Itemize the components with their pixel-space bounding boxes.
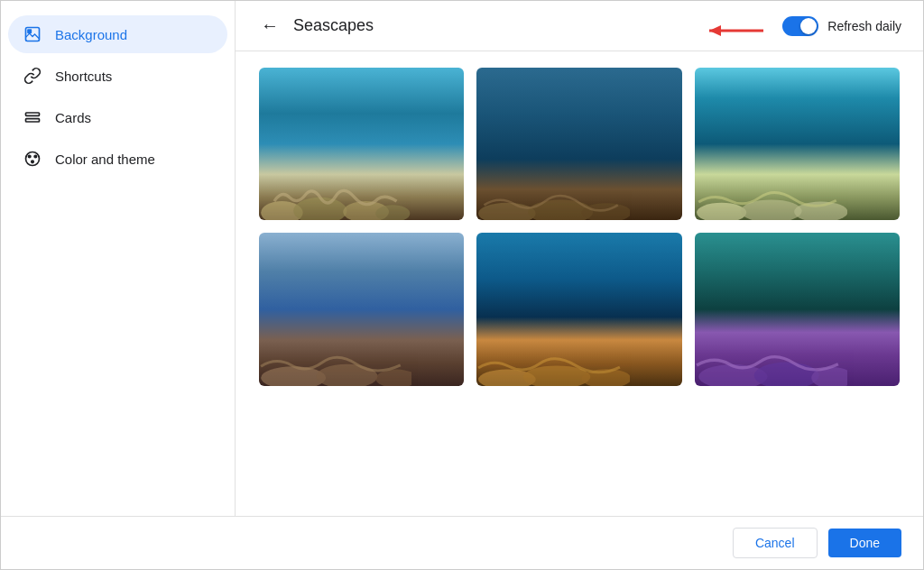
svg-rect-2	[26, 113, 40, 115]
svg-rect-3	[26, 119, 40, 122]
header-right: Refresh daily	[782, 16, 901, 36]
sidebar-item-background[interactable]: Background	[8, 15, 227, 53]
svg-point-7	[32, 161, 34, 163]
sidebar-background-label: Background	[55, 27, 127, 42]
main-content: Background Shortcuts C	[1, 1, 923, 516]
sidebar-cards-label: Cards	[55, 110, 91, 125]
refresh-daily-toggle[interactable]	[782, 16, 818, 36]
svg-point-21	[317, 363, 378, 386]
svg-point-17	[697, 203, 746, 220]
header-left: ← Seascapes	[257, 12, 374, 40]
coral-overlay-4	[259, 317, 411, 386]
refresh-daily-label: Refresh daily	[827, 19, 901, 33]
image-card-1[interactable]	[257, 66, 466, 222]
coral-overlay-2	[476, 152, 629, 220]
images-grid	[236, 51, 923, 516]
image-2-bg	[476, 68, 681, 220]
image-5-bg	[476, 233, 681, 385]
image-icon	[23, 24, 42, 44]
sidebar: Background Shortcuts C	[1, 1, 236, 516]
svg-point-5	[28, 155, 31, 158]
image-card-4[interactable]	[257, 231, 466, 387]
coral-overlay-5	[476, 317, 629, 386]
done-button[interactable]: Done	[828, 529, 901, 557]
sidebar-shortcuts-label: Shortcuts	[55, 69, 112, 84]
svg-point-14	[478, 203, 536, 220]
svg-point-22	[375, 369, 411, 386]
arrow-annotation	[696, 18, 768, 43]
image-4-bg	[259, 233, 464, 385]
svg-point-6	[34, 155, 37, 158]
image-card-6[interactable]	[693, 231, 901, 387]
link-icon	[23, 66, 42, 86]
cancel-button[interactable]: Cancel	[733, 528, 818, 558]
coral-overlay-6	[695, 317, 847, 386]
sidebar-item-cards[interactable]: Cards	[8, 98, 227, 136]
content-area: ← Seascapes Refresh daily	[236, 1, 923, 516]
svg-point-16	[582, 203, 630, 220]
sidebar-item-shortcuts[interactable]: Shortcuts	[8, 57, 227, 95]
svg-point-27	[753, 362, 818, 386]
footer: Cancel Done	[1, 516, 923, 569]
palette-icon	[23, 149, 42, 169]
coral-overlay-1	[259, 152, 411, 220]
image-card-2[interactable]	[475, 66, 683, 222]
page-title: Seascapes	[293, 16, 374, 35]
image-card-5[interactable]	[475, 231, 683, 387]
content-header: ← Seascapes Refresh daily	[236, 1, 923, 51]
sidebar-color-theme-label: Color and theme	[55, 152, 155, 167]
svg-marker-9	[709, 25, 721, 36]
back-button[interactable]: ←	[257, 12, 282, 40]
image-3-bg	[695, 68, 900, 220]
image-6-bg	[695, 233, 900, 385]
settings-dialog: Background Shortcuts C	[1, 1, 923, 569]
image-1-bg	[259, 68, 464, 220]
image-card-3[interactable]	[693, 66, 901, 222]
coral-overlay-3	[695, 152, 847, 220]
cards-icon	[23, 107, 42, 127]
svg-point-20	[261, 366, 326, 386]
sidebar-item-color-theme[interactable]: Color and theme	[8, 140, 227, 178]
svg-point-11	[293, 198, 346, 220]
